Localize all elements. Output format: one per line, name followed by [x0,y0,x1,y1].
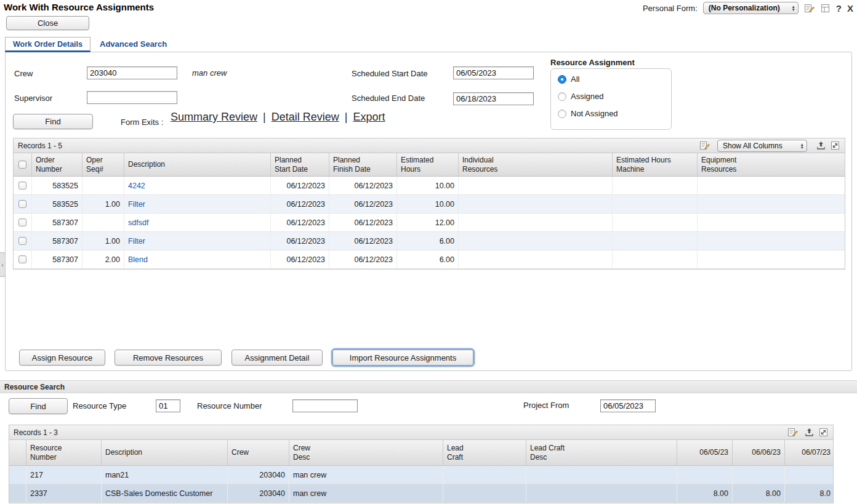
column-header-equipment-resources[interactable]: EquipmentResources [698,153,845,176]
column-header-planned-start[interactable]: PlannedStart Date [271,153,329,176]
cell-order-number: 583525 [32,195,82,213]
radio-option-not-assigned[interactable]: Not Assigned [558,109,618,118]
show-all-columns-value: Show All Columns [723,142,783,150]
dropdown-stepper-icon: ▲▼ [791,5,795,11]
summary-review-link[interactable]: Summary Review [171,111,257,124]
scheduled-end-date-label: Scheduled End Date [352,94,425,103]
cell-estimated-hours-machine [613,214,698,231]
column-header-lead-craft-desc[interactable]: Lead CraftDesc [526,440,677,465]
column-header-individual-resources[interactable]: IndividualResources [459,153,613,176]
table-row[interactable]: 2337 CSB-Sales Domestic Customer 203040 … [9,484,833,503]
row-select-cell[interactable] [9,466,26,484]
column-header-crew-desc[interactable]: CrewDesc [289,440,443,465]
column-header-estimated-hours-machine[interactable]: Estimated HoursMachine [613,153,698,176]
column-header-date-3[interactable]: 06/07/23 [785,440,834,465]
table-row[interactable]: 587307 1.00 Filter 06/12/2023 06/12/2023… [14,232,845,250]
personal-form-select[interactable]: (No Personalization) ▲▼ [703,2,799,14]
row-select-cell[interactable] [9,484,26,502]
resource-search-find-button[interactable]: Find [9,398,68,414]
import-resource-assignments-button[interactable]: Import Resource Assignments [332,350,473,366]
remove-resources-button[interactable]: Remove Resources [115,350,222,366]
select-all-checkbox[interactable] [18,161,26,169]
crew-label: Crew [14,69,33,78]
column-header-resource-number[interactable]: ResourceNumber [26,440,102,465]
cell-oper-seq: 1.00 [82,232,124,250]
radio-option-assigned[interactable]: Assigned [558,92,603,101]
radio-option-all[interactable]: All [558,74,579,84]
column-header-date-1[interactable]: 06/05/23 [677,440,733,465]
description-link[interactable]: Filter [128,200,145,209]
description-link[interactable]: sdfsdf [128,218,148,227]
radio-assigned-icon[interactable] [558,92,566,101]
help-icon[interactable]: ? [836,3,842,14]
header-text: Estimated [401,156,454,165]
description-link[interactable]: Blend [128,255,148,264]
cell-equipment-resources [698,250,845,268]
column-header-lead-craft[interactable]: LeadCraft [443,440,526,465]
project-from-input[interactable] [600,399,656,412]
customize-grid-icon[interactable] [787,427,798,438]
description-link[interactable]: 4242 [128,182,145,190]
column-header-crew[interactable]: Crew [228,440,289,465]
table-row[interactable]: 587307 sdfsdf 06/12/2023 06/12/2023 12.0… [14,214,845,232]
scheduled-end-date-input[interactable] [453,92,534,105]
header-text: Planned [275,156,325,165]
column-header-description[interactable]: Description [102,440,228,465]
expand-grid-icon[interactable] [818,427,829,438]
cell-planned-finish: 06/12/2023 [329,232,397,250]
assign-resource-button[interactable]: Assign Resource [19,350,105,366]
personalize-form-icon[interactable] [804,3,815,14]
export-grid-icon[interactable] [816,140,826,151]
export-grid-icon[interactable] [804,427,815,438]
cell-hours-date-3: 8.0 [785,484,834,502]
description-link[interactable]: Filter [128,237,145,246]
row-checkbox[interactable] [18,255,26,263]
radio-not-assigned-icon[interactable] [558,110,566,118]
column-header-date-2[interactable]: 06/06/23 [733,440,785,465]
header-text: Order [36,156,78,165]
window-close-icon[interactable]: X [847,3,853,14]
cell-order-number: 587307 [32,232,82,250]
header-text: Number [30,453,97,462]
show-all-columns-select[interactable]: Show All Columns ▲▼ [717,140,807,152]
column-header-order-number[interactable]: OrderNumber [32,153,82,176]
cell-equipment-resources [698,214,845,231]
table-row[interactable]: 587307 2.00 Blend 06/12/2023 06/12/2023 … [14,250,845,269]
expand-grid-icon[interactable] [830,140,840,151]
resource-number-input[interactable] [292,399,358,412]
resource-type-input[interactable] [156,399,180,412]
header-text: Equipment [701,156,842,165]
scheduled-start-date-input[interactable] [453,66,534,79]
tab-advanced-search[interactable]: Advanced Search [100,39,167,49]
crew-input[interactable] [87,66,177,79]
header-text: Resources [462,165,608,174]
supervisor-input[interactable] [87,91,177,104]
find-button[interactable]: Find [13,114,93,129]
row-checkbox[interactable] [18,218,26,226]
detail-review-link[interactable]: Detail Review [272,111,339,124]
column-header-description[interactable]: Description [124,153,271,176]
radio-all-icon[interactable] [558,75,566,84]
customize-grid-icon[interactable] [699,140,710,151]
column-header-estimated-hours[interactable]: EstimatedHours [397,153,459,176]
layout-icon[interactable] [820,3,831,14]
personal-form-label: Personal Form: [643,4,698,13]
cell-planned-finish: 06/12/2023 [329,214,397,231]
cell-resource-number: 2337 [26,484,102,502]
close-button[interactable]: Close [6,16,89,30]
cell-individual-resources [459,250,613,268]
row-checkbox[interactable] [18,200,26,208]
table-row[interactable]: 217 man21 203040 man crew [9,466,833,484]
column-header-oper-seq[interactable]: OperSeq# [82,153,124,176]
table-row[interactable]: 583525 4242 06/12/2023 06/12/2023 10.00 [14,177,845,195]
row-checkbox[interactable] [18,182,26,190]
row-checkbox[interactable] [18,237,26,245]
column-header-planned-finish[interactable]: PlannedFinish Date [329,153,397,176]
assignment-detail-button[interactable]: Assignment Detail [231,350,323,366]
table-row[interactable]: 583525 1.00 Filter 06/12/2023 06/12/2023… [14,195,845,214]
cell-planned-start: 06/12/2023 [271,214,329,231]
tab-work-order-details[interactable]: Work Order Details [5,37,91,52]
header-text: 06/06/23 [752,448,781,457]
radio-assigned-label: Assigned [571,92,603,101]
export-link[interactable]: Export [353,111,385,124]
